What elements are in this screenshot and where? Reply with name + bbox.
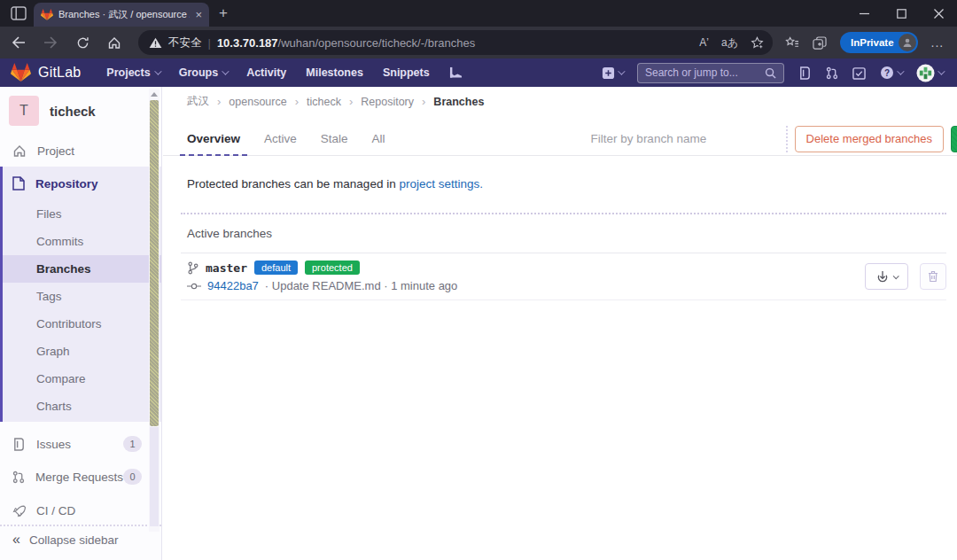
- nav-projects[interactable]: Projects: [106, 66, 159, 79]
- new-tab-icon[interactable]: +: [219, 4, 228, 22]
- user-menu[interactable]: [916, 64, 943, 82]
- tab-stale[interactable]: Stale: [321, 122, 348, 156]
- nav-snippets[interactable]: Snippets: [383, 66, 430, 79]
- document-icon: [12, 176, 25, 191]
- url-text[interactable]: 10.3.70.187/wuhan/opensource/ticheck/-/b…: [217, 36, 693, 50]
- not-secure-label[interactable]: 不安全: [168, 35, 202, 51]
- help-menu[interactable]: ?: [880, 66, 902, 80]
- browser-window-icon[interactable]: [11, 6, 27, 20]
- nav-activity[interactable]: Activity: [246, 66, 286, 79]
- sidebar-item-label: Project: [37, 144, 74, 158]
- sidebar-item-contributors[interactable]: Contributors: [3, 310, 161, 338]
- nav-milestones[interactable]: Milestones: [306, 66, 363, 79]
- merge-request-icon[interactable]: [826, 66, 838, 80]
- forward-icon: [37, 30, 64, 55]
- breadcrumb-group[interactable]: 武汉: [187, 94, 209, 109]
- read-aloud-icon[interactable]: Aʼ: [699, 36, 709, 49]
- svg-text:?: ?: [884, 68, 890, 78]
- branch-name-link[interactable]: master: [206, 261, 247, 275]
- scrollbar-track-lower: [150, 427, 159, 526]
- branch-row: master default protected 94422ba7 · Upda…: [181, 253, 946, 300]
- toolbar-divider: [786, 126, 788, 152]
- branch-icon: [187, 261, 198, 275]
- sidebar-section-repository: Repository Files Commits Branches Tags C…: [0, 167, 161, 422]
- breadcrumb-separator: ›: [422, 95, 425, 108]
- sidebar-item-tags[interactable]: Tags: [3, 283, 161, 310]
- issues-icon: [12, 438, 26, 451]
- nav-groups[interactable]: Groups: [179, 66, 227, 79]
- delete-merged-branches-button[interactable]: Delete merged branches: [795, 126, 944, 152]
- gitlab-brand[interactable]: GitLab: [11, 63, 81, 83]
- tab-actions-icon[interactable]: [813, 36, 827, 50]
- window-maximize-icon[interactable]: [883, 0, 920, 27]
- project-header[interactable]: T ticheck: [9, 96, 96, 126]
- project-settings-link[interactable]: project settings.: [399, 177, 483, 191]
- not-secure-warning-icon: [149, 37, 162, 49]
- tab-overview[interactable]: Overview: [187, 122, 240, 156]
- search-icon: [765, 67, 776, 79]
- sidebar-item-merge-requests[interactable]: Merge Requests 0: [0, 462, 161, 492]
- window-close-icon[interactable]: [920, 0, 957, 27]
- global-search[interactable]: [637, 63, 784, 83]
- tab-active[interactable]: Active: [264, 122, 297, 156]
- address-separator: |: [208, 36, 211, 50]
- branch-filter-input[interactable]: [591, 132, 786, 145]
- back-icon[interactable]: [5, 30, 32, 55]
- refresh-icon[interactable]: [69, 30, 96, 55]
- sidebar-item-graph[interactable]: Graph: [3, 338, 161, 365]
- sidebar-item-branches[interactable]: Branches: [3, 255, 161, 283]
- chevron-down-icon: [938, 67, 945, 74]
- sidebar-item-cicd[interactable]: CI / CD: [0, 495, 161, 525]
- chevron-down-icon: [897, 67, 904, 74]
- search-input[interactable]: [645, 66, 759, 79]
- translate-icon[interactable]: aあ: [721, 35, 738, 51]
- main-content: 武汉› opensource› ticheck› Repository› Bra…: [163, 87, 957, 560]
- tab-close-icon[interactable]: ×: [195, 9, 202, 20]
- instance-statistics-icon[interactable]: [449, 66, 463, 79]
- new-menu[interactable]: [602, 66, 623, 80]
- chevron-down-icon: [222, 67, 229, 74]
- plus-icon: [602, 66, 615, 80]
- favorites-star-icon[interactable]: [751, 36, 764, 50]
- branches-tabs-row: Overview Active Stale All Delete merged …: [163, 122, 957, 156]
- sidebar-item-repository[interactable]: Repository: [3, 167, 161, 200]
- download-button[interactable]: [865, 263, 908, 290]
- scrollbar-thumb[interactable]: [150, 100, 159, 426]
- todos-icon[interactable]: [852, 66, 866, 80]
- collapse-sidebar-button[interactable]: « Collapse sidebar: [0, 525, 161, 555]
- tab-all[interactable]: All: [372, 122, 385, 156]
- delete-branch-button: [920, 263, 946, 290]
- breadcrumb-separator: ›: [349, 95, 353, 108]
- new-branch-button[interactable]: New branch: [951, 126, 957, 152]
- window-minimize-icon[interactable]: [845, 0, 883, 27]
- sidebar-scrollbar[interactable]: [149, 89, 160, 532]
- browser-tab[interactable]: Branches · 武汉 / opensource / t ×: [34, 3, 209, 27]
- sidebar-item-issues[interactable]: Issues 1: [0, 429, 161, 459]
- gitlab-navbar: GitLab Projects Groups Activity Mileston…: [0, 58, 957, 87]
- breadcrumb-subgroup[interactable]: opensource: [229, 96, 286, 108]
- collections-icon[interactable]: [785, 36, 799, 50]
- issues-count-badge: 1: [123, 436, 142, 452]
- user-avatar: [916, 64, 935, 82]
- sidebar-item-files[interactable]: Files: [3, 200, 161, 228]
- breadcrumb-project[interactable]: ticheck: [307, 96, 341, 108]
- breadcrumb-repository[interactable]: Repository: [361, 96, 414, 108]
- commit-meta: · Update README.md · 1 minute ago: [265, 279, 457, 292]
- inprivate-badge[interactable]: InPrivate: [840, 32, 918, 53]
- address-field[interactable]: 不安全 | 10.3.70.187/wuhan/opensource/tiche…: [138, 30, 773, 55]
- breadcrumb: 武汉› opensource› ticheck› Repository› Bra…: [187, 94, 484, 109]
- scrollbar-up-icon[interactable]: [149, 89, 160, 99]
- sidebar-item-compare[interactable]: Compare: [3, 365, 161, 393]
- gitlab-favicon: [41, 9, 53, 21]
- sidebar-item-label: Merge Requests: [35, 471, 123, 484]
- sidebar-item-commits[interactable]: Commits: [3, 228, 161, 255]
- commit-sha-link[interactable]: 94422ba7: [207, 279, 259, 292]
- issues-icon[interactable]: [798, 66, 812, 80]
- home-icon[interactable]: [101, 30, 128, 55]
- breadcrumb-separator: ›: [217, 95, 221, 108]
- browser-menu-icon[interactable]: ...: [931, 35, 945, 50]
- chevron-down-icon: [154, 67, 161, 74]
- sidebar-item-project[interactable]: Project: [0, 136, 161, 166]
- trash-icon: [928, 270, 938, 283]
- sidebar-item-charts[interactable]: Charts: [3, 393, 161, 420]
